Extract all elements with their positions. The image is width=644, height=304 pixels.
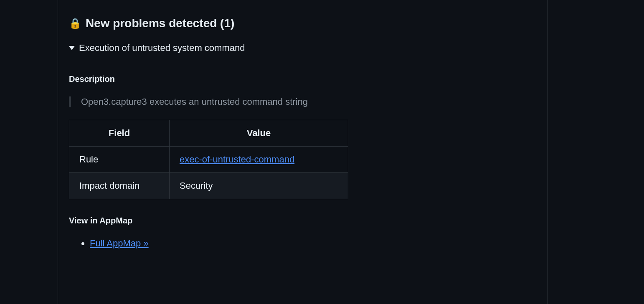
- caret-down-icon: [69, 46, 75, 50]
- problem-details-table: Field Value Rule exec-of-untrusted-comma…: [69, 120, 348, 199]
- rule-link[interactable]: exec-of-untrusted-command: [180, 154, 294, 165]
- cell-field: Impact domain: [69, 173, 170, 199]
- view-in-appmap-heading: View in AppMap: [69, 216, 537, 238]
- table-header-field: Field: [69, 120, 170, 147]
- problems-section-title: 🔒 New problems detected (1): [69, 0, 537, 43]
- lock-icon: 🔒: [69, 18, 81, 29]
- problem-summary: Execution of untrusted system command: [79, 43, 245, 53]
- cell-value: exec-of-untrusted-command: [170, 147, 348, 173]
- cell-value: Security: [170, 173, 348, 199]
- cell-field: Rule: [69, 147, 170, 173]
- appmap-links-list: Full AppMap »: [69, 238, 537, 249]
- description-heading: Description: [69, 74, 537, 96]
- table-row: Rule exec-of-untrusted-command: [69, 147, 348, 173]
- table-row: Impact domain Security: [69, 173, 348, 199]
- problems-title-text: New problems detected (1): [86, 17, 234, 30]
- table-header-value: Value: [170, 120, 348, 147]
- full-appmap-link[interactable]: Full AppMap »: [90, 238, 149, 248]
- list-item: Full AppMap »: [90, 238, 537, 249]
- problem-toggle[interactable]: Execution of untrusted system command: [69, 43, 537, 74]
- description-text: Open3.capture3 executes an untrusted com…: [69, 96, 537, 107]
